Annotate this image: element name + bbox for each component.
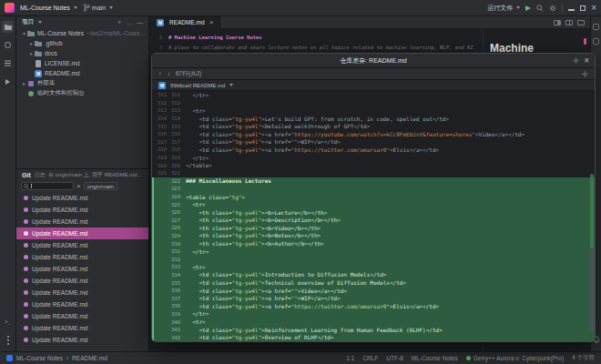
diff-close-button[interactable]: × — [584, 57, 589, 65]
diff-line[interactable]: 339 </tr> — [152, 310, 595, 318]
diff-line[interactable]: 315315 <td class="tg-yw4l">Detailed walk… — [152, 122, 595, 130]
close-button[interactable]: × — [591, 5, 596, 12]
tab-readme[interactable]: README.md × — [149, 16, 220, 29]
diff-line[interactable]: 328 <th class="tg-yw4l"><b>Video</b></th… — [152, 224, 595, 232]
previous-change-button[interactable]: ↑ — [158, 69, 162, 78]
diff-dialog-titlebar[interactable]: 仓库差异: README.md × — [152, 54, 595, 68]
status-item-theme[interactable]: Gerry++ Aurora v: Cyberpunk(Pro) — [466, 355, 564, 361]
status-item-project[interactable]: ML-Course Notes — [412, 355, 458, 361]
diff-options-icon[interactable] — [582, 71, 588, 77]
diff-line[interactable]: 340 <tr> — [152, 318, 595, 326]
diff-file-header[interactable]: 59b6ca0 README.md — [152, 80, 595, 91]
commit-row[interactable]: Update README.md — [16, 228, 148, 239]
commit-row[interactable]: Update README.md — [16, 192, 148, 204]
diff-line[interactable]: 337 <td class="tg-yw4l"><a href="">WIP</… — [152, 294, 595, 302]
branch-switcher[interactable]: main — [83, 4, 113, 12]
gradle-tool-button[interactable] — [593, 38, 599, 45]
diff-line[interactable]: 342 <td class="tg-yw4l">Overview of RLHF… — [152, 333, 595, 341]
commit-row[interactable]: Update README.md — [16, 310, 148, 322]
structure-tool-button[interactable] — [2, 57, 14, 69]
commit-row[interactable]: Update README.md — [16, 239, 148, 251]
diff-line[interactable]: 327 <th class="tg-yw4l"><b>Description</… — [152, 217, 595, 225]
diff-line[interactable]: 325 <tr> — [152, 200, 595, 208]
diff-line[interactable]: 329 <th class="tg-yw4l"><b>Notes</b></th… — [152, 232, 595, 240]
terminal-tool-button[interactable]: >_ — [2, 316, 14, 328]
run-button[interactable] — [525, 5, 531, 11]
diff-line[interactable]: 335 <td class="tg-yw4l">Technical overvi… — [152, 278, 595, 287]
diff-line[interactable]: 317317 <td class="tg-yw4l"><a href="">WI… — [152, 138, 595, 147]
branch-filter[interactable]: origin/main — [84, 182, 117, 190]
tree-item[interactable]: ▸docs — [16, 48, 148, 58]
split-view-button[interactable] — [565, 20, 573, 25]
diff-line[interactable]: 324<table class="tg"> — [152, 193, 595, 201]
commit-search-input[interactable] — [21, 182, 74, 190]
diff-line[interactable]: 332 — [152, 255, 595, 263]
preview-only-button[interactable] — [554, 20, 561, 25]
tree-item[interactable]: ▾ML-Course Notes~/ws2/mg/ML-Course Notes — [16, 28, 148, 38]
status-item-encoding[interactable]: UTF-8 — [386, 355, 402, 361]
commit-row[interactable]: Update README.md — [16, 298, 148, 310]
tree-item[interactable]: README.md — [16, 68, 148, 78]
more-tools-button[interactable] — [2, 334, 14, 346]
settings-button[interactable] — [549, 5, 556, 12]
tree-item[interactable]: ▸.github — [16, 38, 148, 48]
breadcrumb-file[interactable]: README.md — [72, 355, 107, 361]
commit-row[interactable]: Update README.md — [16, 287, 148, 298]
commit-row[interactable]: Update README.md — [16, 204, 148, 216]
project-tool-button[interactable] — [2, 21, 14, 33]
minimize-button[interactable] — [568, 9, 575, 11]
diff-line[interactable]: 318318 <td class="tg-yw4l"><a href="http… — [152, 146, 595, 154]
tree-item[interactable]: ▸外部库 — [16, 78, 148, 88]
diff-line[interactable]: 314314 <td class="tg-yw4l">Let's build G… — [152, 115, 595, 123]
status-item-line-ending[interactable]: CRLF — [362, 355, 378, 361]
diff-line[interactable]: 323 — [152, 185, 595, 193]
hide-panel-button[interactable]: — — [137, 18, 143, 27]
diff-scrollbar[interactable] — [589, 91, 594, 341]
maximize-button[interactable] — [580, 5, 586, 11]
error-stripe-marker[interactable] — [584, 38, 586, 45]
diff-line[interactable]: 341 <td class="tg-yw4l">Reinforcement Le… — [152, 326, 595, 334]
diff-line[interactable]: 313313 <tr> — [152, 106, 595, 115]
diff-line[interactable]: 333 <tr> — [152, 263, 595, 271]
diff-line[interactable]: 330 <th class="tg-yw4l"><b>Author</b></t… — [152, 239, 595, 248]
scrollbar-thumb[interactable] — [590, 248, 594, 331]
diff-line[interactable]: 334 <td class="tg-yw4l">Introduction to … — [152, 271, 595, 279]
commit-row[interactable]: Update README.md — [16, 216, 148, 228]
notifications-tool-button[interactable] — [593, 24, 599, 30]
diff-line[interactable]: 316316 <td class="tg-yw4l"><a href="http… — [152, 130, 595, 138]
run-tool-button[interactable] — [2, 76, 14, 87]
diff-line[interactable]: 312312 — [152, 99, 595, 107]
diff-line[interactable]: 320320</table> — [152, 161, 595, 169]
git-tab-label[interactable]: Git — [22, 172, 31, 178]
status-item-caret-position[interactable]: 1:1 — [346, 355, 354, 361]
commit-row[interactable]: Update README.md — [16, 275, 148, 287]
diff-line[interactable]: 319319 </tr> — [152, 154, 595, 162]
tree-item[interactable]: LICENSE.md — [16, 58, 148, 68]
diff-line[interactable]: 336 <td class="tg-yw4l"><a href="">Video… — [152, 287, 595, 295]
commit-tool-button[interactable] — [2, 39, 14, 51]
diff-line[interactable]: 322### Miscellaneous Lectures — [152, 177, 595, 186]
close-tab-icon[interactable]: × — [209, 19, 214, 26]
commit-row[interactable]: Update README.md — [16, 251, 148, 263]
commit-row[interactable]: Update README.md — [16, 334, 148, 346]
diff-line[interactable]: 321321 — [152, 169, 595, 177]
expand-all-button[interactable]: + — [117, 18, 121, 27]
next-change-button[interactable]: ↓ — [168, 69, 171, 78]
project-switcher[interactable]: ML-Course Notes — [20, 5, 77, 11]
diff-content[interactable]: 311311 </tr>312312313313 <tr>314314 <td … — [152, 91, 595, 341]
run-config-selector[interactable]: 运行文件 — [487, 4, 520, 13]
tree-item[interactable]: 临时文件和控制台 — [16, 88, 148, 98]
diff-line[interactable]: 331 </tr> — [152, 248, 595, 256]
diff-line[interactable]: 338 <td class="tg-yw4l"><a href="https:/… — [152, 302, 595, 310]
status-item-chars[interactable]: 4 个字符 — [572, 354, 595, 362]
clear-filter-button[interactable]: × — [76, 183, 81, 190]
options-button[interactable]: … — [126, 18, 132, 27]
editor-only-button[interactable] — [577, 20, 585, 25]
search-button[interactable] — [536, 5, 544, 12]
breadcrumb-project[interactable]: ML-Course Notes — [16, 355, 63, 361]
diff-line[interactable]: 311311 </tr> — [152, 91, 595, 99]
diff-settings-icon[interactable] — [573, 57, 579, 64]
commit-row[interactable]: Update README.md — [16, 263, 148, 275]
diff-line[interactable]: 326 <th class="tg-yw4l"><b>Lecture</b></… — [152, 208, 595, 217]
commit-row[interactable]: Update README.md — [16, 322, 148, 334]
